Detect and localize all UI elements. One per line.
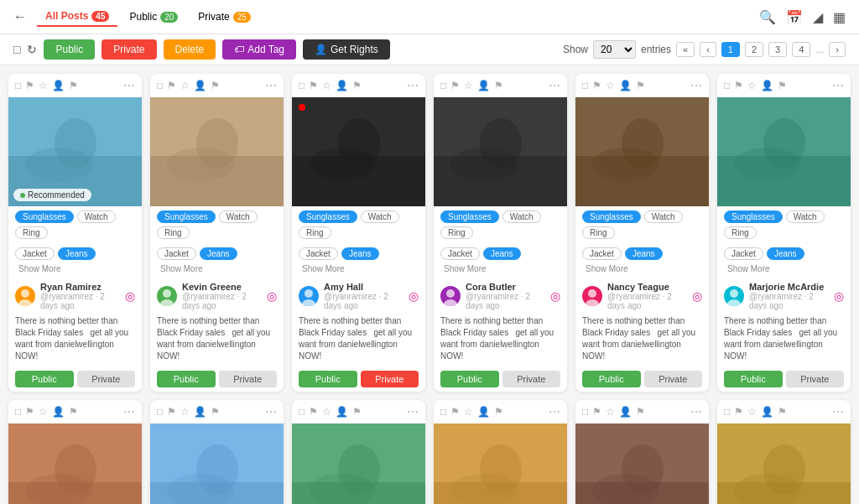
checkbox-icon[interactable]: □: [724, 406, 730, 418]
instagram-icon[interactable]: ◎: [834, 289, 844, 303]
bookmark-icon[interactable]: ⚑: [592, 80, 601, 91]
star-icon[interactable]: ☆: [464, 406, 473, 418]
tag-icon[interactable]: ⚑: [494, 406, 503, 418]
checkbox-icon[interactable]: □: [157, 406, 163, 418]
tag-chip[interactable]: Watch: [644, 210, 683, 223]
tag-chip[interactable]: Sunglasses: [15, 210, 74, 223]
instagram-icon[interactable]: ◎: [550, 289, 560, 303]
public-button[interactable]: Public: [44, 39, 95, 60]
select-all-checkbox[interactable]: □: [13, 43, 20, 56]
tag-chip[interactable]: Jacket: [582, 247, 622, 260]
tag-chip[interactable]: Jacket: [440, 247, 480, 260]
show-more-button[interactable]: Show More: [440, 263, 490, 274]
prev-page-button[interactable]: ‹: [700, 42, 716, 57]
instagram-icon[interactable]: ◎: [267, 289, 277, 303]
tag-chip[interactable]: Jeans: [767, 247, 804, 260]
tag-chip[interactable]: Jeans: [200, 247, 237, 260]
bookmark-icon[interactable]: ⚑: [592, 406, 601, 418]
instagram-icon[interactable]: ◎: [692, 289, 702, 303]
more-menu-button[interactable]: ⋯: [832, 79, 844, 92]
card-private-button[interactable]: Private: [644, 371, 703, 387]
show-more-button[interactable]: Show More: [157, 263, 206, 274]
page-3-button[interactable]: 3: [768, 42, 787, 57]
more-menu-button[interactable]: ⋯: [832, 405, 844, 418]
checkbox-icon[interactable]: □: [157, 80, 163, 91]
person-icon[interactable]: 👤: [619, 406, 632, 418]
card-private-button[interactable]: Private: [786, 371, 845, 387]
bookmark-icon[interactable]: ⚑: [309, 406, 318, 418]
tag-chip[interactable]: Jeans: [483, 247, 521, 260]
more-menu-button[interactable]: ⋯: [549, 405, 560, 418]
page-1-button[interactable]: 1: [721, 42, 740, 57]
show-more-button[interactable]: Show More: [15, 263, 65, 274]
tag-icon[interactable]: ⚑: [494, 80, 503, 91]
tag-chip[interactable]: Watch: [502, 210, 541, 223]
checkbox-icon[interactable]: □: [15, 406, 21, 418]
add-tag-button[interactable]: 🏷 Add Tag: [222, 39, 296, 60]
bookmark-icon[interactable]: ⚑: [167, 406, 176, 418]
more-menu-button[interactable]: ⋯: [690, 405, 702, 418]
more-menu-button[interactable]: ⋯: [690, 79, 702, 92]
tag-chip[interactable]: Ring: [582, 226, 615, 239]
person-icon[interactable]: 👤: [761, 406, 773, 418]
delete-button[interactable]: Delete: [164, 39, 216, 60]
star-icon[interactable]: ☆: [747, 80, 757, 91]
tag-chip[interactable]: Watch: [361, 210, 399, 223]
checkbox-icon[interactable]: □: [299, 406, 305, 418]
page-4-button[interactable]: 4: [792, 42, 810, 57]
next-page-button[interactable]: ›: [829, 42, 846, 57]
tag-icon[interactable]: ⚑: [778, 406, 787, 418]
tab-all-posts[interactable]: All Posts 45: [37, 7, 117, 27]
show-more-button[interactable]: Show More: [299, 263, 348, 274]
person-icon[interactable]: 👤: [194, 406, 206, 418]
checkbox-icon[interactable]: □: [440, 406, 446, 418]
tag-chip[interactable]: Watch: [219, 210, 258, 223]
bookmark-icon[interactable]: ⚑: [450, 80, 460, 91]
bookmark-icon[interactable]: ⚑: [25, 406, 34, 418]
person-icon[interactable]: 👤: [336, 80, 348, 91]
star-icon[interactable]: ☆: [180, 80, 190, 91]
tag-chip[interactable]: Sunglasses: [299, 210, 357, 223]
tag-chip[interactable]: Watch: [77, 210, 116, 223]
tag-chip[interactable]: Jeans: [625, 247, 663, 260]
star-icon[interactable]: ☆: [180, 406, 190, 418]
instagram-icon[interactable]: ◎: [125, 289, 135, 303]
more-menu-button[interactable]: ⋯: [265, 405, 277, 418]
person-icon[interactable]: 👤: [336, 406, 348, 418]
star-icon[interactable]: ☆: [39, 80, 48, 91]
checkbox-icon[interactable]: □: [15, 80, 21, 91]
more-menu-button[interactable]: ⋯: [407, 405, 419, 418]
star-icon[interactable]: ☆: [606, 406, 615, 418]
tag-chip[interactable]: Sunglasses: [724, 210, 783, 223]
grid-icon[interactable]: ▦: [833, 9, 846, 25]
more-menu-button[interactable]: ⋯: [549, 79, 560, 92]
filter-icon[interactable]: ◢: [813, 9, 823, 25]
tag-icon[interactable]: ⚑: [352, 80, 362, 91]
tag-chip[interactable]: Ring: [157, 226, 190, 239]
bookmark-icon[interactable]: ⚑: [167, 80, 176, 91]
instagram-icon[interactable]: ◎: [409, 289, 419, 303]
tag-chip[interactable]: Jeans: [341, 247, 379, 260]
tab-public[interactable]: Public 20: [121, 7, 186, 27]
tag-icon[interactable]: ⚑: [211, 80, 220, 91]
refresh-button[interactable]: ↻: [27, 43, 37, 56]
tag-chip[interactable]: Jacket: [724, 247, 763, 260]
tag-chip[interactable]: Watch: [786, 210, 825, 223]
person-icon[interactable]: 👤: [761, 80, 773, 91]
person-icon[interactable]: 👤: [477, 406, 490, 418]
card-private-button[interactable]: Private: [77, 371, 136, 387]
card-public-button[interactable]: Public: [582, 371, 641, 387]
tab-private[interactable]: Private 25: [190, 7, 258, 27]
private-button[interactable]: Private: [102, 39, 156, 60]
tag-chip[interactable]: Sunglasses: [440, 210, 499, 223]
get-rights-button[interactable]: 👤 Get Rights: [303, 39, 390, 60]
checkbox-icon[interactable]: □: [724, 80, 730, 91]
person-icon[interactable]: 👤: [477, 80, 490, 91]
bookmark-icon[interactable]: ⚑: [309, 80, 318, 91]
page-2-button[interactable]: 2: [745, 42, 763, 57]
back-button[interactable]: ←: [13, 9, 27, 24]
person-icon[interactable]: 👤: [194, 80, 206, 91]
card-private-button[interactable]: Private: [502, 371, 561, 387]
bookmark-icon[interactable]: ⚑: [734, 406, 743, 418]
tag-icon[interactable]: ⚑: [69, 406, 78, 418]
